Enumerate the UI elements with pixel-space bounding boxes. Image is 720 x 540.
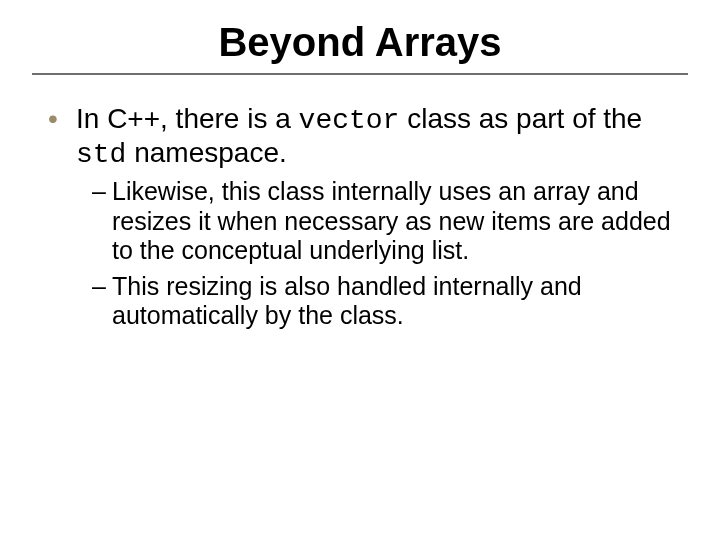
- title-underline: [32, 73, 688, 75]
- slide: Beyond Arrays In C++, there is a vector …: [0, 0, 720, 540]
- bullet-text-mid: class as part of the: [399, 103, 642, 134]
- bullet-list: In C++, there is a vector class as part …: [32, 103, 688, 331]
- sub-bullet-list: Likewise, this class internally uses an …: [76, 177, 680, 331]
- code-token-std: std: [76, 139, 126, 170]
- bullet-text-pre: In C++, there is a: [76, 103, 299, 134]
- sub-bullet-item: Likewise, this class internally uses an …: [92, 177, 680, 266]
- bullet-text-post: namespace.: [126, 137, 286, 168]
- code-token-vector: vector: [299, 105, 400, 136]
- slide-title: Beyond Arrays: [32, 20, 688, 65]
- bullet-item: In C++, there is a vector class as part …: [48, 103, 680, 331]
- sub-bullet-item: This resizing is also handled internally…: [92, 272, 680, 331]
